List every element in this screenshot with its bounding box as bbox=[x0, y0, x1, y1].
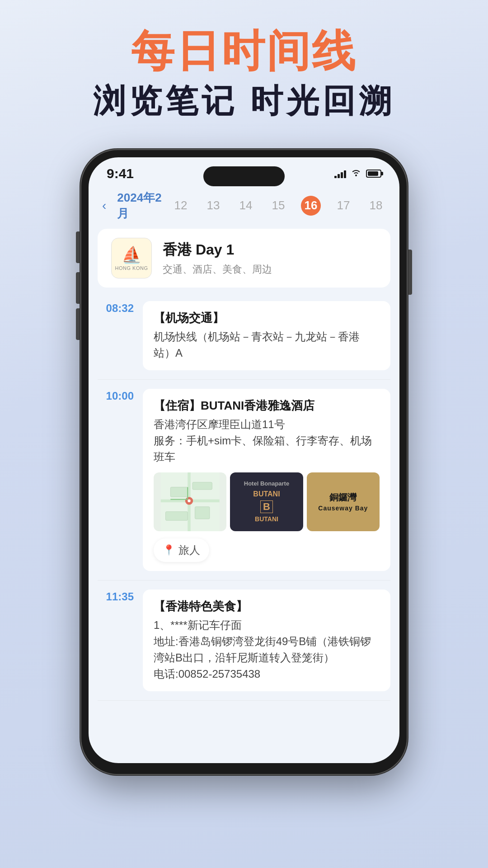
svg-point-8 bbox=[188, 499, 191, 502]
location-pin-icon: 📍 bbox=[163, 544, 175, 556]
entry-body-hotel: 香港湾仔区摩理臣山道11号服务：手机+sim卡、保险箱、行李寄存、机场班车 bbox=[154, 416, 380, 465]
signal-bar-4 bbox=[344, 170, 346, 178]
timeline-entry-airport[interactable]: 08:32 【机场交通】 机场快线（机场站－青衣站－九龙站－香港站）A bbox=[98, 292, 390, 380]
date-16-active[interactable]: 16 bbox=[301, 196, 321, 216]
timeline-entry-food[interactable]: 11:35 【香港特色美食】 1、****新记车仔面地址:香港岛铜锣湾登龙街49… bbox=[98, 580, 390, 701]
page-title-main: 每日时间线 bbox=[93, 27, 395, 75]
signal-bar-1 bbox=[334, 176, 337, 178]
hotel-sign: Hotel Bonaparte BUTANI B BUTANI bbox=[244, 480, 289, 524]
date-15[interactable]: 15 bbox=[268, 196, 288, 216]
entry-content-hotel: 【住宿】BUTANI香港雅逸酒店 香港湾仔区摩理臣山道11号服务：手机+sim卡… bbox=[143, 389, 390, 571]
hotel-thumbnail[interactable]: Hotel Bonaparte BUTANI B BUTANI bbox=[230, 472, 303, 531]
time-1000: 10:00 bbox=[98, 389, 134, 571]
date-12[interactable]: 12 bbox=[171, 196, 191, 216]
date-17[interactable]: 17 bbox=[333, 196, 353, 216]
causeway-thumbnail[interactable]: 銅鑼灣 Causeway Bay bbox=[307, 472, 380, 531]
timeline: 08:32 【机场交通】 机场快线（机场站－青衣站－九龙站－香港站）A 10:0… bbox=[89, 288, 399, 705]
back-arrow-icon[interactable]: ‹ bbox=[102, 198, 106, 213]
date-14[interactable]: 14 bbox=[236, 196, 256, 216]
note-info: 香港 Day 1 交通、酒店、美食、周边 bbox=[163, 240, 377, 276]
entry-body-food: 1、****新记车仔面地址:香港岛铜锣湾登龙街49号B铺（港铁铜锣湾站B出口，沿… bbox=[154, 617, 380, 682]
entry-title-airport: 【机场交通】 bbox=[154, 310, 380, 326]
signal-bar-2 bbox=[338, 174, 340, 178]
calendar-nav[interactable]: ‹ 2024年2月 12 13 14 15 16 17 18 bbox=[89, 183, 399, 229]
year-month-label: 2024年2月 bbox=[117, 190, 162, 222]
battery-fill bbox=[368, 171, 378, 176]
entry-title-food: 【香港特色美食】 bbox=[154, 599, 380, 614]
status-bar: 9:41 bbox=[89, 157, 399, 183]
date-list: 12 13 14 15 16 17 18 bbox=[171, 196, 386, 216]
entry-content-airport: 【机场交通】 机场快线（机场站－青衣站－九龙站－香港站）A bbox=[143, 301, 390, 370]
signal-bars-icon bbox=[334, 169, 346, 178]
entry-title-hotel: 【住宿】BUTANI香港雅逸酒店 bbox=[154, 398, 380, 414]
time-1135: 11:35 bbox=[98, 590, 134, 691]
hotel-image-grid: Hotel Bonaparte BUTANI B BUTANI 銅鑼灣 bbox=[154, 472, 380, 531]
svg-rect-4 bbox=[192, 482, 212, 489]
timeline-entry-hotel[interactable]: 10:00 【住宿】BUTANI香港雅逸酒店 香港湾仔区摩理臣山道11号服务：手… bbox=[98, 380, 390, 580]
phone-screen: 9:41 bbox=[89, 157, 399, 763]
battery-icon bbox=[366, 170, 381, 178]
thumb-label: HONG KONG bbox=[115, 265, 148, 271]
svg-rect-3 bbox=[170, 487, 188, 497]
location-tag[interactable]: 📍 旅人 bbox=[154, 538, 209, 562]
wifi-icon bbox=[351, 168, 361, 179]
note-thumbnail: ⛵ HONG KONG bbox=[111, 238, 152, 278]
signal-bar-3 bbox=[341, 172, 343, 178]
status-time: 9:41 bbox=[107, 166, 134, 181]
entry-body-airport: 机场快线（机场站－青衣站－九龙站－香港站）A bbox=[154, 329, 380, 361]
time-0832: 08:32 bbox=[98, 301, 134, 370]
causeway-sign: 銅鑼灣 Causeway Bay bbox=[314, 488, 371, 515]
location-name: 旅人 bbox=[178, 543, 200, 557]
phone-wrapper: 9:41 bbox=[81, 150, 407, 774]
svg-rect-5 bbox=[195, 506, 210, 519]
phone-frame: 9:41 bbox=[81, 150, 407, 774]
note-tags: 交通、酒店、美食、周边 bbox=[163, 263, 377, 276]
page-header: 每日时间线 浏览笔记 时光回溯 bbox=[93, 0, 395, 137]
status-icons bbox=[334, 168, 381, 179]
date-18[interactable]: 18 bbox=[366, 196, 386, 216]
page-title-sub: 浏览笔记 时光回溯 bbox=[93, 80, 395, 123]
entry-content-food: 【香港特色美食】 1、****新记车仔面地址:香港岛铜锣湾登龙街49号B铺（港铁… bbox=[143, 590, 390, 691]
svg-rect-6 bbox=[165, 511, 188, 520]
note-card-header[interactable]: ⛵ HONG KONG 香港 Day 1 交通、酒店、美食、周边 bbox=[98, 229, 390, 288]
dynamic-island bbox=[203, 166, 285, 186]
note-title: 香港 Day 1 bbox=[163, 240, 377, 260]
thumb-emoji: ⛵ bbox=[122, 245, 142, 264]
map-thumbnail[interactable] bbox=[154, 472, 226, 531]
date-13[interactable]: 13 bbox=[203, 196, 223, 216]
